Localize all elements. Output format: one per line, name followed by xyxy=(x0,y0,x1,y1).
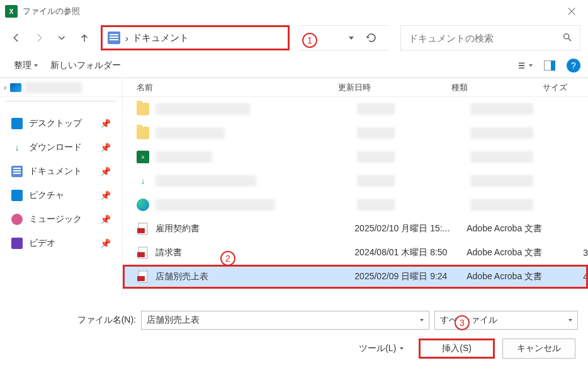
filename-combo[interactable]: 店舗別売上表 xyxy=(141,311,429,330)
pin-icon: 📌 xyxy=(100,119,111,129)
tree-desktop[interactable]: デスクトップ 📌 xyxy=(0,112,122,136)
filename-value: 店舗別売上表 xyxy=(147,315,200,326)
dialog-title: ファイルの参照 xyxy=(23,6,80,17)
file-row[interactable] xyxy=(123,193,588,217)
navbar: › ドキュメント xyxy=(0,23,588,53)
file-list: 名前 更新日時 種類 サイズ X ↓ xyxy=(123,78,588,296)
tree-music[interactable]: ミュージック 📌 xyxy=(0,207,122,231)
file-row[interactable]: 請求書 2024/08/01 木曜日 8:50 Adobe Acroba 文書 … xyxy=(123,241,588,265)
desktop-icon xyxy=(11,118,23,129)
file-size: 3 xyxy=(557,248,588,258)
address-bar[interactable]: › ドキュメント xyxy=(101,25,290,50)
annotation-1: 1 xyxy=(302,33,317,48)
body: › デスクトップ 📌 ↓ ダウンロード 📌 ドキュメント 📌 xyxy=(0,78,588,296)
search-box[interactable] xyxy=(400,25,580,50)
pin-icon: 📌 xyxy=(100,214,111,224)
col-name[interactable]: 名前 xyxy=(137,82,338,93)
documents-icon xyxy=(11,166,23,177)
documents-folder-icon xyxy=(108,32,120,44)
search-input[interactable] xyxy=(409,33,562,43)
file-name: 雇用契約書 xyxy=(155,223,354,234)
file-row[interactable]: ↓ xyxy=(123,169,588,193)
search-icon xyxy=(562,32,572,44)
chevron-down-icon xyxy=(400,347,404,350)
chevron-down-icon xyxy=(34,64,38,67)
onedrive-icon xyxy=(10,83,21,92)
quick-access: デスクトップ 📌 ↓ ダウンロード 📌 ドキュメント 📌 ピクチャ 📌 ミュージ… xyxy=(0,105,122,262)
svg-rect-8 xyxy=(137,276,145,281)
chevron-down-icon xyxy=(529,64,533,67)
addr-dropdown[interactable] xyxy=(342,29,360,47)
pdf-file-icon xyxy=(137,270,149,283)
tree-label: ドキュメント xyxy=(29,166,82,177)
filename-row: ファイル名(N): 店舗別売上表 すべxxxァイル xyxy=(10,311,578,330)
videos-icon xyxy=(11,238,23,249)
file-row[interactable]: X xyxy=(123,145,588,169)
excel-file-icon: X xyxy=(137,151,149,163)
svg-point-0 xyxy=(564,33,569,38)
tree-onedrive-row[interactable]: › xyxy=(0,78,122,97)
file-name: 店舗別売上表 xyxy=(155,271,354,282)
col-date[interactable]: 更新日時 xyxy=(338,82,451,93)
folder-icon xyxy=(137,103,149,115)
chevron-right-icon: › xyxy=(4,83,6,92)
forward-button[interactable] xyxy=(30,29,48,47)
file-type: Adobe Acroba 文書 xyxy=(466,223,557,234)
redacted xyxy=(25,82,82,93)
file-date: 2024/08/01 木曜日 8:50 xyxy=(354,247,466,258)
titlebar: X ファイルの参照 xyxy=(0,0,588,23)
download-file-icon: ↓ xyxy=(137,175,149,187)
tree-documents[interactable]: ドキュメント 📌 xyxy=(0,159,122,183)
annotation-3: 3 xyxy=(455,315,470,330)
filename-label: ファイル名(N): xyxy=(10,315,136,326)
pin-icon: 📌 xyxy=(100,238,111,248)
organize-label: 整理 xyxy=(14,60,31,71)
annotation-2: 2 xyxy=(220,251,235,266)
file-row[interactable] xyxy=(123,121,588,145)
folder-icon xyxy=(137,127,149,139)
tools-menu[interactable]: ツール(L) xyxy=(359,343,404,354)
file-date: 2025/02/10 月曜日 15:... xyxy=(354,223,466,234)
refresh-button[interactable] xyxy=(363,29,380,47)
pin-icon: 📌 xyxy=(100,142,111,153)
tree-downloads[interactable]: ↓ ダウンロード 📌 xyxy=(0,136,122,159)
svg-rect-2 xyxy=(551,61,555,71)
music-icon xyxy=(11,214,23,225)
toolbar: 整理 新しいフォルダー ? xyxy=(0,53,588,78)
file-list-header: 名前 更新日時 種類 サイズ xyxy=(123,78,588,97)
chevron-down-icon xyxy=(568,319,572,321)
recent-dropdown[interactable] xyxy=(53,29,71,47)
col-size[interactable]: サイズ xyxy=(543,82,574,93)
pdf-file-icon xyxy=(137,246,149,259)
tree-videos[interactable]: ビデオ 📌 xyxy=(0,231,122,255)
svg-rect-4 xyxy=(137,228,145,233)
nav-tree: › デスクトップ 📌 ↓ ダウンロード 📌 ドキュメント 📌 xyxy=(0,78,123,296)
view-menu[interactable] xyxy=(519,59,533,72)
help-button[interactable]: ? xyxy=(567,59,580,72)
tree-label: デスクトップ xyxy=(29,118,82,129)
breadcrumb-sep: › xyxy=(125,33,128,43)
file-row-selected[interactable]: 店舗別売上表 2025/02/09 日曜日 9:24 Adobe Acroba … xyxy=(123,265,588,289)
pdf-file-icon xyxy=(137,223,149,235)
tree-label: ミュージック xyxy=(29,214,82,225)
tree-pictures[interactable]: ピクチャ 📌 xyxy=(0,183,122,207)
file-type: Adobe Acroba 文書 xyxy=(466,271,557,282)
file-row[interactable] xyxy=(123,97,588,121)
pictures-icon xyxy=(11,190,23,201)
file-type: Adobe Acroba 文書 xyxy=(466,247,557,258)
pin-icon: 📌 xyxy=(100,190,111,200)
close-button[interactable] xyxy=(560,0,583,23)
organize-menu[interactable]: 整理 xyxy=(8,56,44,75)
file-row[interactable]: 雇用契約書 2025/02/10 月曜日 15:... Adobe Acroba… xyxy=(123,217,588,241)
col-type[interactable]: 種類 xyxy=(451,82,543,93)
svg-rect-6 xyxy=(137,252,145,257)
excel-icon: X xyxy=(5,5,18,18)
cancel-button[interactable]: キャンセル xyxy=(502,338,575,359)
back-button[interactable] xyxy=(8,29,25,47)
new-folder-button[interactable]: 新しいフォルダー xyxy=(44,56,127,75)
tree-label: ダウンロード xyxy=(29,142,82,153)
up-button[interactable] xyxy=(76,29,93,47)
insert-button[interactable]: 挿入(S) xyxy=(419,338,495,359)
file-date: 2025/02/09 日曜日 9:24 xyxy=(354,271,466,282)
preview-pane-button[interactable] xyxy=(543,59,557,72)
